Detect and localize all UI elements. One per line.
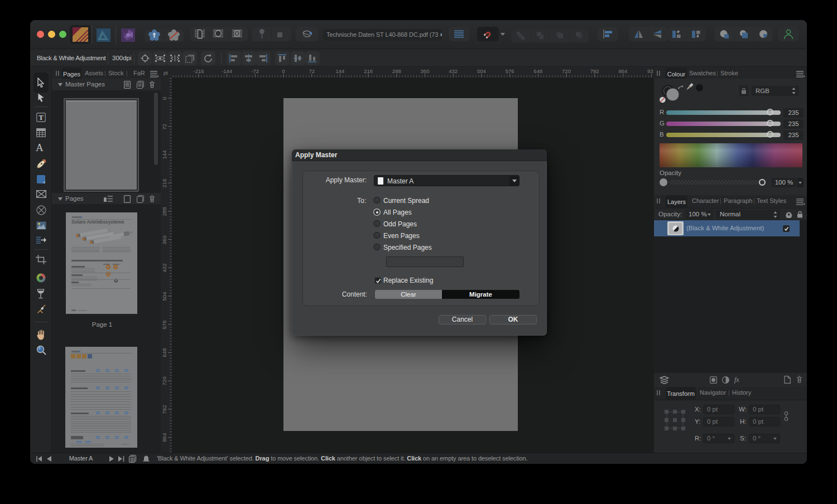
svg-text:T: T — [39, 113, 44, 122]
